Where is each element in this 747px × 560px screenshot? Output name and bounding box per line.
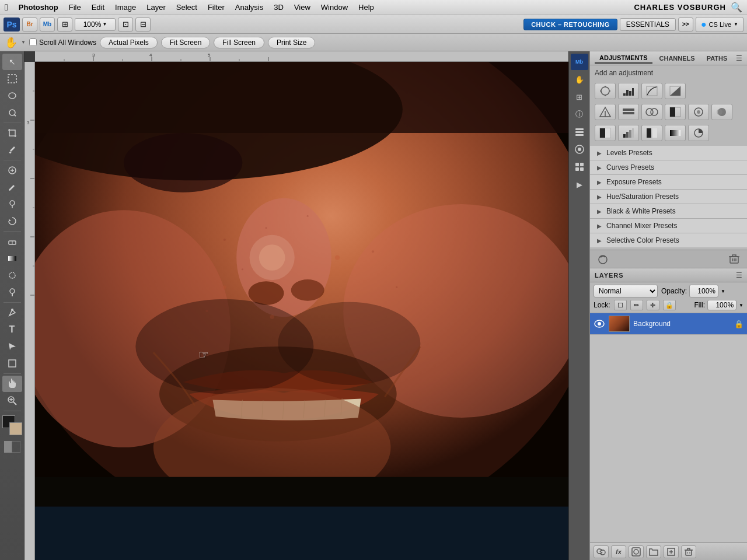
tab-paths[interactable]: PATHS [702, 54, 732, 63]
scroll-all-windows-checkbox[interactable] [29, 38, 37, 46]
selective-color-presets-item[interactable]: ▶ Selective Color Presets [590, 233, 747, 247]
paint-mini-btn[interactable] [571, 141, 588, 158]
adj-delete-icon-btn[interactable] [726, 253, 742, 265]
curves-presets-item[interactable]: ▶ Curves Presets [590, 160, 747, 175]
threshold-btn[interactable] [641, 125, 662, 141]
lock-all-btn[interactable]: 🔒 [663, 300, 676, 310]
play-mini-btn[interactable]: ▶ [571, 176, 588, 192]
brush-tool-btn[interactable] [2, 179, 22, 195]
zoom-tool-btn[interactable] [2, 393, 22, 409]
arrange-btn[interactable]: ⊟ [135, 18, 151, 32]
global-search-icon[interactable]: 🔍 [731, 2, 742, 13]
bw-presets-item[interactable]: ▶ Black & White Presets [590, 204, 747, 219]
channel-mixer-btn[interactable] [711, 104, 732, 120]
channel-mixer-presets-item[interactable]: ▶ Channel Mixer Presets [590, 219, 747, 233]
workspace-button[interactable]: CHUCK – RETOUCHING [523, 19, 617, 30]
marquee-tool-btn[interactable] [2, 71, 22, 87]
adj-return-icon-btn[interactable] [595, 253, 611, 265]
move-tool-btn[interactable]: ↖ [2, 54, 22, 70]
healing-brush-tool-btn[interactable] [2, 162, 22, 178]
quick-mask-btn[interactable] [2, 440, 22, 453]
bridge-btn[interactable]: Br [22, 18, 37, 32]
fill-value[interactable]: 100% [707, 300, 736, 310]
hand-tool-btn[interactable] [2, 376, 22, 392]
lock-image-btn[interactable]: ✏ [630, 300, 643, 310]
photo-filter-btn[interactable] [688, 104, 709, 120]
type-tool-btn[interactable]: T [2, 321, 22, 338]
essentials-button[interactable]: ESSENTIALS [620, 18, 676, 31]
info-mini-btn[interactable]: ⓘ [571, 106, 588, 123]
eyedropper-tool-btn[interactable] [2, 142, 22, 158]
clone-stamp-tool-btn[interactable] [2, 196, 22, 212]
levels-btn[interactable] [618, 83, 639, 99]
menu-layer[interactable]: Layer [142, 2, 170, 13]
cslive-button[interactable]: ● CS Live ▼ [696, 17, 743, 32]
vibrance-btn[interactable] [595, 104, 616, 120]
adjustments-panel-menu-btn[interactable]: ☰ [736, 54, 742, 62]
blend-mode-select[interactable]: Normal [594, 285, 658, 298]
menu-3d[interactable]: 3D [269, 2, 288, 13]
lasso-tool-btn[interactable] [2, 88, 22, 104]
menu-view[interactable]: View [289, 2, 315, 13]
menu-filter[interactable]: Filter [203, 2, 229, 13]
menu-edit[interactable]: Edit [87, 2, 109, 13]
dodge-tool-btn[interactable] [2, 284, 22, 300]
menu-photoshop[interactable]: Photoshop [14, 2, 63, 13]
blur-tool-btn[interactable] [2, 267, 22, 284]
eraser-tool-btn[interactable] [2, 233, 22, 250]
menu-select[interactable]: Select [172, 2, 202, 13]
view-extras-btn[interactable]: ⊞ [57, 18, 72, 32]
hue-sat-presets-item[interactable]: ▶ Hue/Saturation Presets [590, 190, 747, 204]
lock-position-btn[interactable]: ✛ [647, 300, 659, 310]
mb-mini-btn[interactable]: Mb [571, 54, 588, 70]
brightness-contrast-btn[interactable] [595, 83, 616, 99]
opacity-value[interactable]: 100% [689, 285, 718, 298]
actual-pixels-button[interactable]: Actual Pixels [100, 37, 158, 48]
new-group-button[interactable] [646, 545, 661, 558]
hand-mini-btn[interactable]: ✋ [571, 71, 588, 88]
lock-transparent-btn[interactable]: ☐ [614, 300, 627, 310]
layer-visibility-btn[interactable] [594, 318, 605, 330]
menu-help[interactable]: Help [354, 2, 379, 13]
new-layer-button[interactable] [664, 545, 679, 558]
add-mask-button[interactable] [629, 545, 644, 558]
photo-canvas[interactable]: ☞ [35, 62, 568, 560]
delete-layer-button[interactable] [681, 545, 696, 558]
gradient-tool-btn[interactable] [2, 250, 22, 267]
zoom-selector[interactable]: 100% ▼ [75, 18, 116, 31]
layer-mini-btn[interactable] [571, 124, 588, 140]
tab-adjustments[interactable]: ADJUSTMENTS [595, 53, 652, 64]
history-brush-tool-btn[interactable] [2, 213, 22, 229]
add-style-button[interactable]: fx [611, 545, 626, 558]
minibrige-btn[interactable]: Mb [40, 18, 55, 32]
link-layers-button[interactable] [594, 545, 609, 558]
grid-mini-btn[interactable]: ⊞ [571, 89, 588, 105]
menu-file[interactable]: File [64, 2, 86, 13]
background-color[interactable] [9, 422, 22, 435]
menu-window[interactable]: Window [316, 2, 352, 13]
layers-panel-menu-btn[interactable]: ☰ [736, 271, 742, 279]
quick-select-tool-btn[interactable] [2, 104, 22, 121]
fill-screen-button[interactable]: Fill Screen [214, 37, 264, 48]
crop-tool-btn[interactable] [2, 125, 22, 141]
posterize-btn[interactable] [618, 125, 639, 141]
layer-item-background[interactable]: Background 🔒 [590, 313, 747, 335]
hue-sat-btn[interactable] [618, 104, 639, 120]
color-balance-btn[interactable] [641, 104, 662, 120]
exposure-btn[interactable] [665, 83, 686, 99]
gradient-map-btn[interactable] [665, 125, 686, 141]
path-select-tool-btn[interactable] [2, 338, 22, 355]
levels-presets-item[interactable]: ▶ Levels Presets [590, 146, 747, 160]
exposure-presets-item[interactable]: ▶ Exposure Presets [590, 175, 747, 190]
menu-analysis[interactable]: Analysis [231, 2, 268, 13]
selective-color-btn[interactable] [688, 125, 709, 141]
menu-image[interactable]: Image [110, 2, 141, 13]
history-mini-btn[interactable] [571, 159, 588, 175]
more-workspaces-btn[interactable]: >> [678, 18, 693, 32]
invert-btn[interactable] [595, 125, 616, 141]
apple-menu[interactable]:  [5, 2, 8, 13]
screen-mode-btn[interactable]: ⊡ [118, 18, 133, 32]
scroll-all-windows-label[interactable]: Scroll All Windows [29, 38, 96, 47]
print-size-button[interactable]: Print Size [268, 37, 315, 48]
fit-screen-button[interactable]: Fit Screen [161, 37, 211, 48]
